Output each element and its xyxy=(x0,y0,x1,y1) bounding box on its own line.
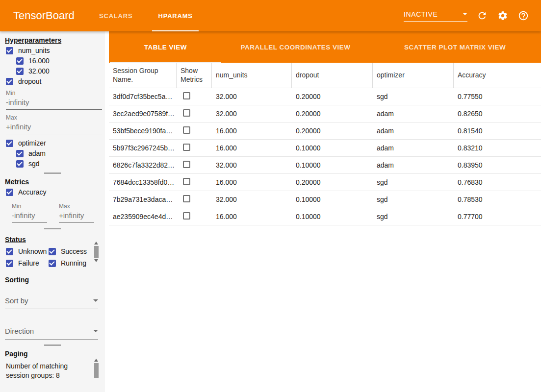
sorting-heading: Sorting xyxy=(5,276,105,284)
checkbox-num-units-16[interactable]: 16.000 xyxy=(16,57,105,65)
scrollbar-thumb[interactable] xyxy=(94,363,99,378)
show-metrics-cell xyxy=(177,92,212,101)
checkbox-checked-icon xyxy=(6,260,13,267)
checkbox-checked-icon xyxy=(16,160,24,168)
session-group-name-cell: ae235909ec4e4d… xyxy=(109,213,177,220)
dropout-cell: 0.10000 xyxy=(292,161,373,169)
show-metrics-checkbox[interactable] xyxy=(183,212,190,220)
checkbox-num-units-32[interactable]: 32.000 xyxy=(16,67,105,75)
direction-select[interactable]: Direction xyxy=(5,327,98,340)
status-section: Status Unknown Success Failure Running xyxy=(0,232,105,269)
tab-parallel-coordinates-view[interactable]: PARALLEL COORDINATES VIEW xyxy=(222,31,369,63)
optimizer-cell: sgd xyxy=(373,178,454,186)
accuracy-cell: 0.82650 xyxy=(454,110,541,118)
checkbox-dropout[interactable]: dropout xyxy=(6,77,105,85)
metrics-max-input[interactable] xyxy=(59,210,94,223)
scrollbar-thumb[interactable] xyxy=(94,246,99,258)
table-row: 53bf5bece9190fa… 16.000 0.20000 adam 0.8… xyxy=(109,122,541,140)
table-row: 3df0d7cf35bec5a… 32.000 0.20000 sgd 0.77… xyxy=(109,88,541,105)
accuracy-cell: 0.77700 xyxy=(454,213,541,220)
settings-gear-icon[interactable] xyxy=(497,10,509,22)
tab-table-view[interactable]: TABLE VIEW xyxy=(109,31,222,63)
checkbox-status-failure[interactable]: Failure xyxy=(6,259,49,267)
show-metrics-cell xyxy=(177,126,212,135)
num-units-cell: 32.000 xyxy=(212,110,292,118)
help-icon[interactable] xyxy=(517,10,529,22)
show-metrics-checkbox[interactable] xyxy=(183,178,190,185)
section-resize-handle[interactable] xyxy=(44,344,61,346)
show-metrics-cell xyxy=(177,212,212,221)
metrics-min-input[interactable] xyxy=(12,210,47,223)
session-group-name-cell: 53bf5bece9190fa… xyxy=(109,127,177,135)
optimizer-values: adam sgd xyxy=(0,149,105,168)
checkbox-checked-icon xyxy=(49,260,56,267)
column-header-show-metrics[interactable]: Show Metrics xyxy=(177,63,212,88)
checkbox-num-units[interactable]: num_units xyxy=(6,47,105,54)
dropout-min-input[interactable] xyxy=(6,97,102,110)
section-resize-handle[interactable] xyxy=(44,172,61,174)
show-metrics-checkbox[interactable] xyxy=(183,92,190,99)
scroll-up-icon[interactable] xyxy=(94,242,98,245)
column-header-num-units[interactable]: num_units xyxy=(212,63,292,88)
checkbox-status-unknown[interactable]: Unknown xyxy=(6,247,49,255)
checkbox-label: Running xyxy=(61,259,86,267)
dropout-max-input[interactable] xyxy=(6,121,102,134)
show-metrics-checkbox[interactable] xyxy=(183,161,190,168)
main-panel: TABLE VIEW PARALLEL COORDINATES VIEW SCA… xyxy=(109,31,541,392)
paging-heading: Paging xyxy=(5,350,105,358)
show-metrics-checkbox[interactable] xyxy=(183,195,190,202)
matching-groups-text: Number of matching session groups: 8 xyxy=(6,362,91,380)
session-group-name-cell: 5b97f3c2967245b… xyxy=(109,144,177,152)
hyperparameters-heading: Hyperparameters xyxy=(5,36,105,44)
column-header-session-group-name[interactable]: Session Group Name. xyxy=(109,63,177,88)
refresh-icon[interactable] xyxy=(476,10,488,22)
column-header-dropout[interactable]: dropout xyxy=(292,63,373,88)
sort-by-value: Sort by xyxy=(5,296,28,305)
metrics-min-label: Min xyxy=(12,203,47,210)
sessions-table: Session Group Name. Show Metrics num_uni… xyxy=(109,63,541,392)
section-resize-handle[interactable] xyxy=(44,228,61,229)
direction-value: Direction xyxy=(5,327,34,335)
checkbox-checked-icon xyxy=(6,47,13,54)
num-units-cell: 32.000 xyxy=(212,196,292,203)
hyperparameters-section: Hyperparameters num_units 16.000 32.000 … xyxy=(0,36,105,168)
paging-scrollbar[interactable] xyxy=(94,359,99,378)
accuracy-cell: 0.83210 xyxy=(454,144,541,152)
checkbox-accuracy[interactable]: Accuracy xyxy=(6,188,105,196)
checkbox-status-success[interactable]: Success xyxy=(49,247,95,255)
tab-hparams[interactable]: HPARAMS xyxy=(145,0,205,31)
checkbox-checked-icon xyxy=(49,248,56,255)
dropout-cell: 0.20000 xyxy=(292,93,373,100)
checkbox-label: Unknown xyxy=(18,247,47,255)
checkbox-status-running[interactable]: Running xyxy=(49,259,95,267)
status-scrollbar[interactable] xyxy=(94,242,99,262)
dropout-min-label: Min xyxy=(6,90,105,97)
show-metrics-checkbox[interactable] xyxy=(183,144,190,151)
optimizer-cell: sgd xyxy=(373,93,454,100)
checkbox-label: adam xyxy=(28,149,46,157)
checkbox-optimizer-sgd[interactable]: sgd xyxy=(16,160,105,168)
tab-scatter-plot-matrix-view[interactable]: SCATTER PLOT MATRIX VIEW xyxy=(369,31,541,63)
table-row: 7b29a731e3daca… 32.000 0.10000 sgd 0.785… xyxy=(109,191,541,208)
sort-by-select[interactable]: Sort by xyxy=(5,296,98,309)
column-header-accuracy[interactable]: Accuracy xyxy=(454,63,541,88)
checkbox-label: 32.000 xyxy=(28,67,50,75)
show-metrics-checkbox[interactable] xyxy=(183,109,190,117)
reload-status-select[interactable]: INACTIVE xyxy=(404,10,467,22)
checkbox-label: sgd xyxy=(28,160,40,168)
tab-scalars[interactable]: SCALARS xyxy=(86,0,145,31)
metrics-max-label: Max xyxy=(59,203,94,210)
show-metrics-cell xyxy=(177,178,212,187)
column-header-optimizer[interactable]: optimizer xyxy=(373,63,454,88)
scroll-up-icon[interactable] xyxy=(94,359,98,362)
show-metrics-checkbox[interactable] xyxy=(183,126,190,134)
show-metrics-cell xyxy=(177,161,212,170)
scroll-down-icon[interactable] xyxy=(94,259,98,262)
show-metrics-cell xyxy=(177,195,212,204)
metrics-heading: Metrics xyxy=(5,178,105,186)
checkbox-checked-icon xyxy=(6,189,13,196)
checkbox-optimizer-adam[interactable]: adam xyxy=(16,149,105,157)
checkbox-checked-icon xyxy=(6,140,13,147)
checkbox-optimizer[interactable]: optimizer xyxy=(6,139,105,147)
reload-status-value: INACTIVE xyxy=(404,10,438,18)
